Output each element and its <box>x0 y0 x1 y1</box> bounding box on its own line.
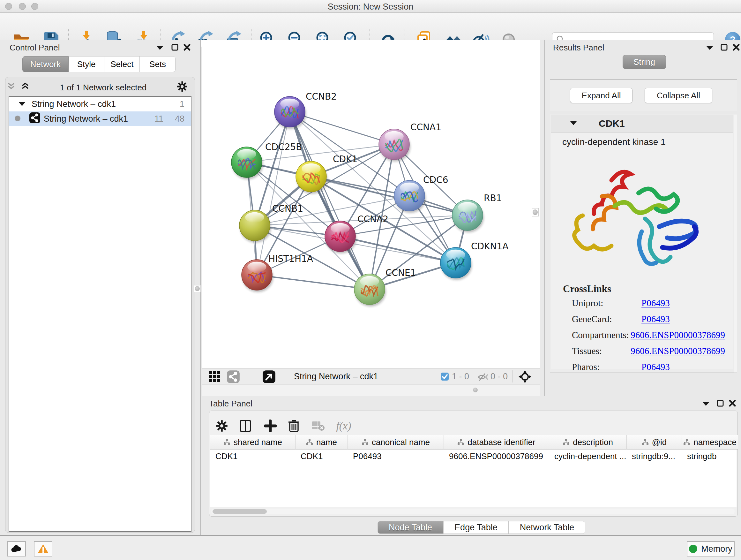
tab-string[interactable]: String <box>623 55 666 69</box>
column-header-name[interactable]: name <box>295 435 348 449</box>
table-options-gear-icon[interactable] <box>214 419 230 433</box>
right-splitter-handle[interactable] <box>532 208 539 216</box>
network-collection-row[interactable]: String Network – cdk1 1 <box>9 97 191 111</box>
expand-all-networks-icon[interactable] <box>20 82 30 94</box>
horizontal-splitter[interactable] <box>202 385 540 396</box>
column-header-database-identifier[interactable]: database identifier <box>444 435 549 449</box>
crosslink-row: Uniprot: P06493 <box>572 298 725 308</box>
section-collapse-icon[interactable] <box>569 119 578 128</box>
table-cell[interactable]: P06493 <box>348 450 444 462</box>
table-toolbar-box: f(x) shared name name canonical name dat… <box>209 411 738 516</box>
crosslink-value[interactable]: P06493 <box>642 314 670 324</box>
table-panel-float-menu-icon[interactable] <box>702 400 710 408</box>
network-options-gear-icon[interactable] <box>177 81 188 95</box>
memory-button[interactable]: Memory <box>687 541 735 557</box>
node-CCNA1[interactable]: CCNA1 <box>379 122 441 162</box>
create-column-icon[interactable] <box>262 419 278 433</box>
control-panel-float-menu-icon[interactable] <box>156 44 164 52</box>
table-panel-float-icon[interactable] <box>717 399 724 408</box>
warning-status-button[interactable] <box>34 541 52 557</box>
node-section-body: cyclin-dependent kinase 1 CrossLinks Uni… <box>551 132 733 369</box>
cloud-status-button[interactable] <box>7 541 26 557</box>
control-panel: Control Panel NetworkStyleSelectSets 1 o… <box>0 40 201 535</box>
collapse-all-button[interactable]: Collapse All <box>645 88 712 103</box>
edge-HIST1H1A-CCNE1[interactable] <box>257 275 369 289</box>
node-section-header[interactable]: CDK1 <box>551 115 733 132</box>
results-panel-float-menu-icon[interactable] <box>705 44 714 52</box>
network-node-count: 11 <box>154 114 163 124</box>
tab-network-table[interactable]: Network Table <box>509 521 586 534</box>
crosslinks-list: Uniprot: P06493 GeneCard: P06493 Compart… <box>572 298 725 378</box>
network-selection-status: 1 of 1 Network selected <box>30 83 177 92</box>
table-panel-title: Table Panel <box>209 399 253 409</box>
delete-columns-trash-icon[interactable] <box>286 419 302 433</box>
results-panel-title: Results Panel <box>553 43 604 53</box>
crosslink-value[interactable]: 9606.ENSP00000378699 <box>630 330 725 340</box>
network-grid-view-icon[interactable] <box>209 371 221 384</box>
network-tree: String Network – cdk1 1 String Network –… <box>9 96 192 532</box>
control-panel-float-icon[interactable] <box>171 44 179 52</box>
splitter-knob[interactable] <box>473 388 478 392</box>
node-RB1[interactable]: RB1 <box>452 193 502 233</box>
crosslink-label: GeneCard: <box>572 314 642 324</box>
table-cell[interactable]: CDK1 <box>295 450 348 462</box>
network-row[interactable]: String Network – cdk1 11 48 <box>9 111 191 126</box>
node-CDC6[interactable]: CDC6 <box>394 175 448 213</box>
column-header--id[interactable]: @id <box>627 435 682 449</box>
node-CDKN1A[interactable]: CDKN1A <box>441 241 509 280</box>
node-CDC25B[interactable]: CDC25B <box>231 142 302 179</box>
collection-expand-icon[interactable] <box>18 99 26 109</box>
table-cell[interactable]: cyclin-dependent ... <box>549 450 627 462</box>
results-panel-close-icon[interactable] <box>732 44 740 52</box>
crosslink-row: Pharos: P06493 <box>572 362 725 372</box>
crosslink-value[interactable]: 9606.ENSP00000378699 <box>630 346 725 356</box>
tab-select[interactable]: Select <box>104 56 140 72</box>
crosslink-value[interactable]: P06493 <box>642 362 670 372</box>
column-type-icon <box>642 439 649 445</box>
column-type-icon <box>361 439 368 445</box>
selected-counter: 1 - 0 <box>452 372 469 381</box>
crosslinks-heading: CrossLinks <box>563 283 611 295</box>
column-header-namespace[interactable]: namespace <box>682 435 738 449</box>
network-canvas[interactable]: CCNB2 CCNA1 CDC25B CDK1 CDC6 R <box>202 40 540 368</box>
pan-crosshair-icon[interactable] <box>518 370 532 385</box>
tab-style[interactable]: Style <box>69 56 105 72</box>
node-CCNE1[interactable]: CCNE1 <box>354 267 416 307</box>
column-header-description[interactable]: description <box>549 435 627 449</box>
control-panel-close-icon[interactable] <box>183 44 191 52</box>
collapse-all-networks-icon[interactable] <box>6 82 16 94</box>
tab-sets[interactable]: Sets <box>140 56 176 72</box>
table-cell[interactable]: 9606.ENSP00000378699 <box>444 450 549 462</box>
node-HIST1H1A[interactable]: HIST1H1A <box>242 253 313 292</box>
tab-node-table[interactable]: Node Table <box>378 521 443 534</box>
results-scrollbar[interactable] <box>734 115 737 373</box>
table-cell[interactable]: stringdb <box>682 450 738 462</box>
column-header-canonical-name[interactable]: canonical name <box>348 435 444 449</box>
column-header-shared-name[interactable]: shared name <box>210 435 295 449</box>
selected-checkbox-icon[interactable] <box>441 372 449 382</box>
results-panel-float-icon[interactable] <box>720 44 728 52</box>
crosslink-value[interactable]: P06493 <box>642 298 670 308</box>
tab-edge-table[interactable]: Edge Table <box>443 521 509 534</box>
table-cell[interactable]: stringdb:9... <box>627 450 682 462</box>
network-current-dot-icon <box>14 114 21 124</box>
crosslink-row: Compartments: 9606.ENSP00000378699 <box>572 330 725 340</box>
left-splitter-handle[interactable] <box>194 285 201 292</box>
column-type-icon <box>562 439 569 445</box>
table-horizontal-scrollbar[interactable] <box>211 509 735 514</box>
table-scrollbar-thumb[interactable] <box>212 509 267 514</box>
tab-network[interactable]: Network <box>22 56 69 72</box>
table-cell[interactable]: CDK1 <box>210 450 295 462</box>
detach-view-icon[interactable] <box>262 370 276 385</box>
network-view-icon[interactable] <box>226 370 240 385</box>
table-panel-close-icon[interactable] <box>729 399 736 408</box>
hidden-counter: 0 - 0 <box>490 372 508 381</box>
network-selection-bar: 1 of 1 Network selected <box>6 80 193 95</box>
cloud-icon <box>10 544 23 553</box>
show-columns-icon[interactable] <box>238 419 253 433</box>
results-panel: Results Panel String Expand All Collapse… <box>544 40 741 396</box>
edge-CCNA2-CDKN1A[interactable] <box>340 236 456 263</box>
expand-all-button[interactable]: Expand All <box>570 88 632 103</box>
edge-CCNB2-HIST1H1A[interactable] <box>257 112 290 275</box>
node-CCNB1[interactable]: CCNB1 <box>239 203 303 243</box>
